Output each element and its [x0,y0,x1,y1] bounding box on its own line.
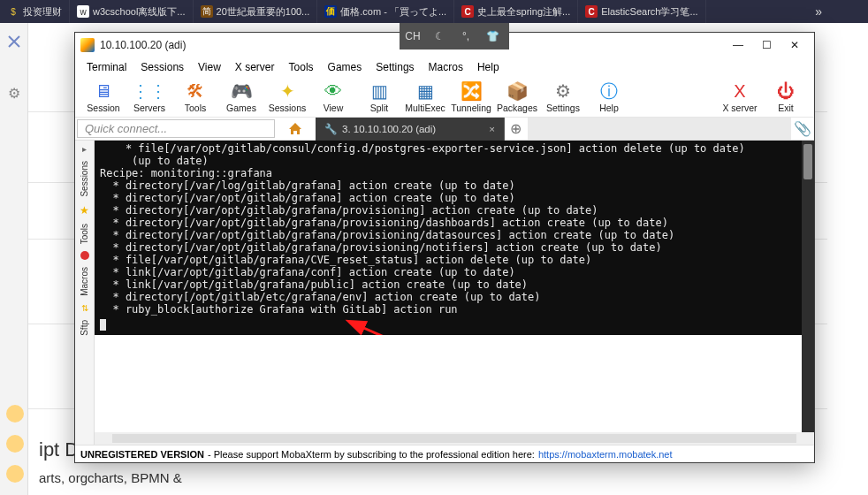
tab-icon: 简 [201,5,213,18]
toolbar-tools-button[interactable]: 🛠Tools [172,80,218,117]
ime-punct-icon[interactable]: °, [453,23,479,50]
quick-connect-row: Quick connect... 🔧 3. 10.10.100.20 (adi)… [75,118,814,141]
toolbar-session-button[interactable]: 🖥Session [80,80,126,117]
terminal-cursor [100,319,106,331]
browser-tab[interactable]: $投资理财 [0,0,70,23]
browser-tab[interactable]: 简20世紀最重要的100... [194,0,318,23]
menu-view[interactable]: View [192,59,227,75]
ime-toolbar: CH ☾ °, 👕 [400,23,509,50]
expand-icon[interactable]: ▸ [82,144,87,154]
toolbar-help-button[interactable]: ⓘHelp [586,80,632,117]
record-icon [80,251,89,260]
side-tabs: ▸ Sessions ★ Tools Macros ⇅ Sftp [75,141,95,445]
session-tab[interactable]: 🔧 3. 10.10.100.20 (adi) × [316,118,505,141]
help-icon: ⓘ [597,80,621,103]
toolbar: 🖥Session⋮⋮Servers🛠Tools🎮Games✦Sessions👁V… [75,77,814,118]
tab-icon: 価 [324,5,337,18]
browser-tab[interactable]: ww3cschool离线版下... [70,0,194,23]
packages-icon: 📦 [505,80,529,103]
browser-tab[interactable]: CElasticSearch学习笔... [578,0,705,23]
tools-icon: 🛠 [183,80,208,103]
attachment-icon[interactable]: 📎 [791,118,814,140]
browser-tab[interactable]: C史上最全spring注解... [454,0,578,23]
servers-icon: ⋮⋮ [137,80,162,103]
shirt-icon[interactable]: 👕 [479,23,506,50]
toolbar-settings-button[interactable]: ⚙Settings [540,80,586,117]
exit-icon: ⏻ [773,80,798,103]
toolbar-tunneling-button[interactable]: 🔀Tunneling [448,80,494,117]
menu-sessions[interactable]: Sessions [134,59,190,75]
toolbar-multiexec-button[interactable]: ▦MultiExec [402,80,448,117]
home-tab[interactable] [275,118,316,140]
ime-mode[interactable]: CH [400,23,426,50]
side-tab-tools[interactable]: Tools [80,224,89,244]
new-tab-button[interactable]: ⊕ [505,118,528,140]
tab-close-icon[interactable]: × [489,124,495,134]
maximize-button[interactable]: ☐ [752,33,780,57]
toolbar-exit-button[interactable]: ⏻Exit [763,80,809,117]
toolbar-games-button[interactable]: 🎮Games [218,80,264,117]
browser-tabs: $投资理财 ww3cschool离线版下... 简20世紀最重要的100... … [0,0,833,23]
toolbar-view-button[interactable]: 👁View [310,80,356,117]
menu-xserver[interactable]: X server [229,59,281,75]
menubar: Terminal Sessions View X server Tools Ga… [75,57,814,77]
side-tab-macros[interactable]: Macros [80,267,89,296]
quick-connect-input[interactable]: Quick connect... [77,119,275,138]
status-text: - Please support MobaXterm by subscribin… [208,449,535,460]
terminal-scrollbar[interactable] [802,141,814,432]
view-icon: 👁 [321,80,346,103]
menu-settings[interactable]: Settings [369,59,420,75]
terminal[interactable]: * file[/var/opt/gitlab/consul/config.d/p… [95,141,802,335]
status-link[interactable]: https://mobaxterm.mobatek.net [538,449,673,460]
side-tab-sessions[interactable]: Sessions [80,161,89,197]
session-icon: 🖥 [91,80,116,103]
gear-icon[interactable]: ⚙ [0,85,27,102]
mobaxterm-window: 10.10.100.20 (adi) ― ☐ ✕ Terminal Sessio… [74,32,815,463]
tab-icon: w [77,5,89,18]
tab-icon: C [461,5,474,18]
moon-icon[interactable]: ☾ [426,23,453,50]
multiexec-icon: ▦ [413,80,438,103]
minimize-button[interactable]: ― [724,33,752,57]
terminal-hscroll[interactable] [95,432,814,445]
window-title: 10.10.100.20 (adi) [100,39,186,51]
star-icon: ★ [80,204,89,217]
avatar [6,435,24,453]
tab-icon: C [585,5,598,18]
side-tab-sftp[interactable]: Sftp [80,320,89,336]
bg-text: arts, orgcharts, BPMN & [39,470,182,485]
tunneling-icon: 🔀 [459,80,483,103]
games-icon: 🎮 [229,80,254,103]
tabs-overflow-icon[interactable]: » [815,4,822,19]
wrench-icon: 🔧 [324,123,337,135]
browser-tab[interactable]: 価価格.com - 「買ってよ... [317,0,454,23]
toolbar-x-server-button[interactable]: XX server [717,80,763,117]
split-icon: ▥ [367,80,392,103]
menu-help[interactable]: Help [471,59,506,75]
toolbar-packages-button[interactable]: 📦Packages [494,80,540,117]
sessions-icon: ✦ [275,80,300,103]
menu-macros[interactable]: Macros [423,59,469,75]
session-tab-label: 3. 10.10.100.20 (adi) [342,124,436,134]
close-button[interactable]: ✕ [780,33,809,57]
menu-tools[interactable]: Tools [283,59,320,75]
x-server-icon: X [727,80,752,103]
avatar [6,405,24,423]
avatar [6,465,24,483]
menu-terminal[interactable]: Terminal [80,59,133,75]
statusbar: UNREGISTERED VERSION - Please support Mo… [75,445,814,462]
settings-icon: ⚙ [551,80,575,103]
app-icon [80,38,95,52]
menu-games[interactable]: Games [322,59,369,75]
toolbar-sessions-button[interactable]: ✦Sessions [264,80,310,117]
tab-icon: $ [7,5,19,18]
transfer-icon: ⇅ [81,303,88,313]
toolbar-split-button[interactable]: ▥Split [356,80,402,117]
toolbar-servers-button[interactable]: ⋮⋮Servers [126,80,172,117]
status-unregistered: UNREGISTERED VERSION [80,449,204,460]
close-icon[interactable] [6,34,22,50]
